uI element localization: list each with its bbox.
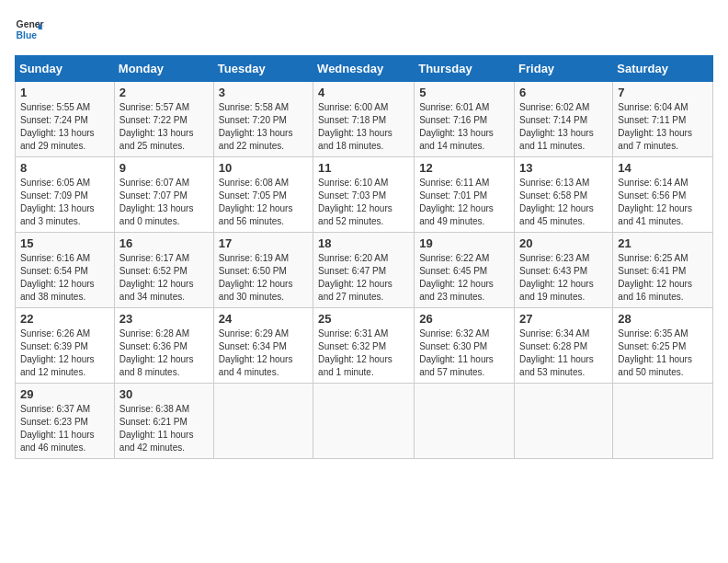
day-cell: 14Sunrise: 6:14 AMSunset: 6:56 PMDayligh…	[613, 157, 713, 233]
day-number: 23	[119, 312, 209, 326]
day-cell: 12Sunrise: 6:11 AMSunset: 7:01 PMDayligh…	[415, 157, 515, 233]
day-info: Sunrise: 6:04 AMSunset: 7:11 PMDaylight:…	[618, 101, 708, 153]
day-cell: 19Sunrise: 6:22 AMSunset: 6:45 PMDayligh…	[415, 233, 515, 308]
day-number: 25	[318, 312, 409, 326]
day-info: Sunrise: 5:57 AMSunset: 7:22 PMDaylight:…	[119, 101, 209, 153]
day-info: Sunrise: 6:22 AMSunset: 6:45 PMDaylight:…	[419, 252, 509, 304]
day-number: 17	[219, 236, 308, 250]
day-number: 16	[119, 236, 209, 250]
day-info: Sunrise: 6:32 AMSunset: 6:30 PMDaylight:…	[419, 327, 509, 379]
day-number: 20	[519, 236, 608, 250]
day-info: Sunrise: 6:10 AMSunset: 7:03 PMDaylight:…	[318, 177, 409, 228]
day-cell: 21Sunrise: 6:25 AMSunset: 6:41 PMDayligh…	[613, 233, 713, 308]
day-number: 1	[20, 86, 109, 99]
day-number: 5	[419, 86, 509, 99]
week-row: 29Sunrise: 6:37 AMSunset: 6:23 PMDayligh…	[16, 384, 713, 459]
day-cell: 11Sunrise: 6:10 AMSunset: 7:03 PMDayligh…	[313, 157, 415, 233]
week-row: 22Sunrise: 6:26 AMSunset: 6:39 PMDayligh…	[16, 308, 713, 384]
day-cell: 16Sunrise: 6:17 AMSunset: 6:52 PMDayligh…	[114, 233, 213, 308]
day-number: 30	[119, 387, 209, 401]
day-info: Sunrise: 6:01 AMSunset: 7:16 PMDaylight:…	[419, 101, 509, 153]
header-cell-tuesday: Tuesday	[213, 56, 313, 82]
day-info: Sunrise: 6:20 AMSunset: 6:47 PMDaylight:…	[318, 252, 409, 304]
day-info: Sunrise: 5:58 AMSunset: 7:20 PMDaylight:…	[219, 101, 308, 153]
day-info: Sunrise: 6:16 AMSunset: 6:54 PMDaylight:…	[20, 252, 109, 304]
day-number: 21	[618, 236, 708, 250]
day-cell	[613, 384, 713, 459]
week-row: 15Sunrise: 6:16 AMSunset: 6:54 PMDayligh…	[16, 233, 713, 308]
day-info: Sunrise: 6:05 AMSunset: 7:09 PMDaylight:…	[20, 177, 109, 228]
day-info: Sunrise: 6:38 AMSunset: 6:21 PMDaylight:…	[119, 403, 209, 454]
page-header: General Blue	[15, 15, 713, 44]
day-cell: 8Sunrise: 6:05 AMSunset: 7:09 PMDaylight…	[16, 157, 115, 233]
day-cell	[415, 384, 515, 459]
day-cell: 9Sunrise: 6:07 AMSunset: 7:07 PMDaylight…	[114, 157, 213, 233]
day-cell: 15Sunrise: 6:16 AMSunset: 6:54 PMDayligh…	[16, 233, 115, 308]
day-number: 13	[519, 161, 608, 175]
day-info: Sunrise: 6:19 AMSunset: 6:50 PMDaylight:…	[219, 252, 308, 304]
day-cell: 17Sunrise: 6:19 AMSunset: 6:50 PMDayligh…	[213, 233, 313, 308]
day-cell: 29Sunrise: 6:37 AMSunset: 6:23 PMDayligh…	[16, 384, 115, 459]
day-cell: 1Sunrise: 5:55 AMSunset: 7:24 PMDaylight…	[16, 82, 115, 157]
day-number: 4	[318, 86, 409, 99]
day-cell: 10Sunrise: 6:08 AMSunset: 7:05 PMDayligh…	[213, 157, 313, 233]
day-info: Sunrise: 6:14 AMSunset: 6:56 PMDaylight:…	[618, 177, 708, 228]
week-row: 8Sunrise: 6:05 AMSunset: 7:09 PMDaylight…	[16, 157, 713, 233]
day-info: Sunrise: 6:35 AMSunset: 6:25 PMDaylight:…	[618, 327, 708, 379]
logo: General Blue	[15, 15, 44, 44]
day-info: Sunrise: 6:26 AMSunset: 6:39 PMDaylight:…	[20, 327, 109, 379]
day-info: Sunrise: 6:13 AMSunset: 6:58 PMDaylight:…	[519, 177, 608, 228]
day-cell	[313, 384, 415, 459]
day-cell: 4Sunrise: 6:00 AMSunset: 7:18 PMDaylight…	[313, 82, 415, 157]
day-cell: 6Sunrise: 6:02 AMSunset: 7:14 PMDaylight…	[515, 82, 613, 157]
day-cell	[213, 384, 313, 459]
day-cell: 18Sunrise: 6:20 AMSunset: 6:47 PMDayligh…	[313, 233, 415, 308]
day-number: 2	[119, 86, 209, 99]
day-cell: 26Sunrise: 6:32 AMSunset: 6:30 PMDayligh…	[415, 308, 515, 384]
day-number: 14	[618, 161, 708, 175]
day-number: 6	[519, 86, 608, 99]
day-cell: 24Sunrise: 6:29 AMSunset: 6:34 PMDayligh…	[213, 308, 313, 384]
day-cell: 27Sunrise: 6:34 AMSunset: 6:28 PMDayligh…	[515, 308, 613, 384]
week-row: 1Sunrise: 5:55 AMSunset: 7:24 PMDaylight…	[16, 82, 713, 157]
day-number: 7	[618, 86, 708, 99]
day-info: Sunrise: 6:28 AMSunset: 6:36 PMDaylight:…	[119, 327, 209, 379]
day-number: 29	[20, 387, 109, 401]
day-number: 15	[20, 236, 109, 250]
day-number: 28	[618, 312, 708, 326]
day-cell: 30Sunrise: 6:38 AMSunset: 6:21 PMDayligh…	[114, 384, 213, 459]
day-cell: 23Sunrise: 6:28 AMSunset: 6:36 PMDayligh…	[114, 308, 213, 384]
day-info: Sunrise: 6:07 AMSunset: 7:07 PMDaylight:…	[119, 177, 209, 228]
day-info: Sunrise: 6:37 AMSunset: 6:23 PMDaylight:…	[20, 403, 109, 454]
day-number: 9	[119, 161, 209, 175]
day-number: 10	[219, 161, 308, 175]
day-info: Sunrise: 6:08 AMSunset: 7:05 PMDaylight:…	[219, 177, 308, 228]
day-info: Sunrise: 6:25 AMSunset: 6:41 PMDaylight:…	[618, 252, 708, 304]
day-cell: 13Sunrise: 6:13 AMSunset: 6:58 PMDayligh…	[515, 157, 613, 233]
day-number: 19	[419, 236, 509, 250]
day-cell: 25Sunrise: 6:31 AMSunset: 6:32 PMDayligh…	[313, 308, 415, 384]
header-cell-thursday: Thursday	[415, 56, 515, 82]
day-cell: 2Sunrise: 5:57 AMSunset: 7:22 PMDaylight…	[114, 82, 213, 157]
header-cell-monday: Monday	[114, 56, 213, 82]
day-number: 26	[419, 312, 509, 326]
header-cell-saturday: Saturday	[613, 56, 713, 82]
logo-icon: General Blue	[15, 15, 44, 44]
header-cell-friday: Friday	[515, 56, 613, 82]
day-number: 22	[20, 312, 109, 326]
day-cell	[515, 384, 613, 459]
day-number: 12	[419, 161, 509, 175]
day-number: 24	[219, 312, 308, 326]
day-info: Sunrise: 6:00 AMSunset: 7:18 PMDaylight:…	[318, 101, 409, 153]
day-cell: 5Sunrise: 6:01 AMSunset: 7:16 PMDaylight…	[415, 82, 515, 157]
day-info: Sunrise: 6:17 AMSunset: 6:52 PMDaylight:…	[119, 252, 209, 304]
day-info: Sunrise: 5:55 AMSunset: 7:24 PMDaylight:…	[20, 101, 109, 153]
day-number: 8	[20, 161, 109, 175]
day-cell: 28Sunrise: 6:35 AMSunset: 6:25 PMDayligh…	[613, 308, 713, 384]
day-info: Sunrise: 6:34 AMSunset: 6:28 PMDaylight:…	[519, 327, 608, 379]
day-number: 11	[318, 161, 409, 175]
day-info: Sunrise: 6:23 AMSunset: 6:43 PMDaylight:…	[519, 252, 608, 304]
day-number: 27	[519, 312, 608, 326]
day-cell: 3Sunrise: 5:58 AMSunset: 7:20 PMDaylight…	[213, 82, 313, 157]
day-info: Sunrise: 6:29 AMSunset: 6:34 PMDaylight:…	[219, 327, 308, 379]
